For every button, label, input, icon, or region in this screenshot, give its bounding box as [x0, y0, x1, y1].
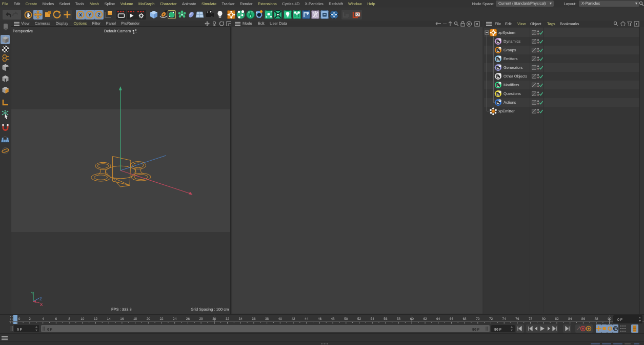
svg-text:42: 42 — [291, 317, 295, 321]
svg-text:14: 14 — [107, 317, 111, 321]
svg-text:74: 74 — [502, 317, 507, 321]
svg-text:90 F: 90 F — [494, 328, 502, 332]
svg-text:84: 84 — [568, 317, 572, 321]
svg-text:Questions: Questions — [504, 91, 521, 96]
svg-text:46: 46 — [318, 317, 322, 321]
svg-text:82: 82 — [555, 317, 559, 321]
svg-text:72: 72 — [489, 317, 493, 321]
svg-text:68: 68 — [462, 317, 467, 321]
svg-text:28: 28 — [199, 317, 203, 321]
svg-text:2: 2 — [29, 317, 31, 321]
svg-text:Generators: Generators — [504, 65, 523, 70]
svg-text:62: 62 — [423, 317, 427, 321]
svg-text:18: 18 — [133, 317, 137, 321]
svg-text:10: 10 — [80, 317, 85, 321]
svg-text:X: X — [79, 12, 82, 17]
svg-text:0 F: 0 F — [47, 328, 53, 332]
svg-text:22: 22 — [159, 317, 164, 321]
svg-text:86: 86 — [581, 317, 586, 321]
svg-text:Dynamics: Dynamics — [504, 39, 520, 44]
svg-text:Actions: Actions — [504, 100, 516, 105]
svg-text:54: 54 — [371, 317, 375, 321]
svg-text:26: 26 — [186, 317, 190, 321]
svg-text:0 F: 0 F — [17, 328, 23, 332]
svg-text:90 F: 90 F — [472, 328, 480, 332]
svg-text:Emitters: Emitters — [504, 56, 518, 61]
svg-text:36: 36 — [252, 317, 256, 321]
svg-text:64: 64 — [436, 317, 440, 321]
svg-text:xpSystem: xpSystem — [498, 30, 515, 35]
svg-text:X: X — [40, 302, 43, 307]
svg-text:12: 12 — [94, 317, 98, 321]
svg-text:58: 58 — [397, 317, 401, 321]
svg-text:0: 0 — [18, 317, 21, 321]
svg-text:56: 56 — [384, 317, 388, 321]
svg-text:20: 20 — [147, 317, 151, 321]
svg-text:Modifiers: Modifiers — [504, 83, 519, 87]
svg-text:4: 4 — [42, 317, 44, 321]
svg-text:34: 34 — [239, 317, 243, 321]
svg-text:88: 88 — [594, 317, 598, 321]
svg-text:66: 66 — [450, 317, 454, 321]
svg-text:38: 38 — [265, 317, 269, 321]
svg-text:16: 16 — [120, 317, 124, 321]
svg-text:76: 76 — [515, 317, 519, 321]
svg-text:Y: Y — [88, 12, 91, 17]
svg-text:8: 8 — [68, 317, 70, 321]
svg-text:52: 52 — [357, 317, 361, 321]
svg-text:0 F: 0 F — [617, 318, 622, 322]
svg-text:Groups: Groups — [504, 48, 516, 52]
svg-text:Other Objects: Other Objects — [504, 74, 528, 79]
svg-text:78: 78 — [529, 317, 533, 321]
svg-text:Z: Z — [39, 297, 42, 301]
svg-text:6: 6 — [55, 317, 57, 321]
svg-text:Y: Y — [31, 291, 34, 296]
svg-text:32: 32 — [226, 317, 230, 321]
svg-text:xpEmitter: xpEmitter — [498, 109, 515, 113]
svg-text:70: 70 — [476, 317, 480, 321]
svg-text:P: P — [614, 327, 617, 331]
svg-text:24: 24 — [173, 317, 177, 321]
svg-text:40: 40 — [278, 317, 283, 321]
svg-text:50: 50 — [344, 317, 348, 321]
svg-text:Z: Z — [97, 12, 100, 17]
svg-text:44: 44 — [305, 317, 309, 321]
svg-text:80: 80 — [542, 317, 546, 321]
svg-text:48: 48 — [331, 317, 335, 321]
